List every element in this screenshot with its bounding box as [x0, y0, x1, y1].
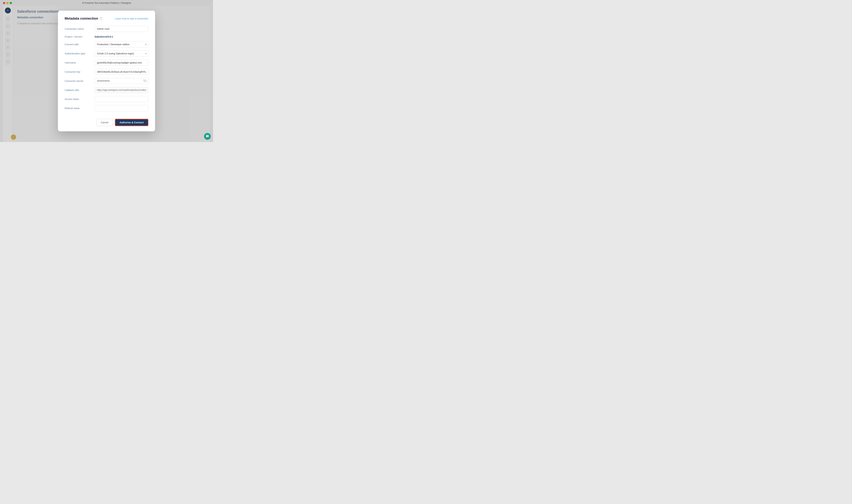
consumer-secret-row: Consumer secret: [65, 78, 148, 84]
refresh-token-row: Refresh token: [65, 105, 148, 111]
modal-overlay: Metadata connection ? Learn how to add a…: [3, 6, 210, 142]
consumer-key-label: Consumer key: [65, 70, 94, 73]
metadata-connection-modal: Metadata connection ? Learn how to add a…: [58, 11, 155, 131]
refresh-token-label: Refresh token: [65, 107, 94, 110]
refresh-token-input[interactable]: [94, 105, 148, 111]
username-label: Username: [65, 61, 94, 64]
connection-name-label: Connection name: [65, 28, 94, 30]
auth-type-select[interactable]: OAuth 2.0 (using Salesforce login) Usern…: [94, 51, 148, 57]
modal-header: Metadata connection ? Learn how to add a…: [65, 17, 148, 21]
connect-with-wrapper: Production / Developer edition Sandbox ▾: [94, 41, 148, 48]
project-version-row: Project / Version Salesforce/V.0.1: [65, 35, 148, 38]
callback-url-input[interactable]: [94, 87, 148, 93]
username-input[interactable]: [94, 59, 148, 66]
project-version-label: Project / Version: [65, 35, 94, 38]
auth-type-row: Authentication type OAuth 2.0 (using Sal…: [65, 51, 148, 57]
consumer-secret-wrapper: [94, 78, 148, 84]
consumer-key-input[interactable]: [94, 69, 148, 75]
username-row: Username: [65, 59, 148, 66]
consumer-secret-label: Consumer secret: [65, 79, 94, 83]
authorise-connect-button[interactable]: Authorise & Connect: [115, 119, 148, 126]
modal-footer: Cancel Authorise & Connect: [65, 116, 148, 126]
modal-title-text: Metadata connection: [65, 17, 98, 21]
access-token-label: Access token: [65, 98, 94, 101]
access-token-input[interactable]: [94, 96, 148, 102]
connect-with-label: Connect with: [65, 43, 94, 46]
eye-off-icon[interactable]: [144, 79, 146, 83]
project-version-value: Salesforce/V.0.1: [94, 35, 113, 38]
help-icon[interactable]: ?: [99, 17, 103, 20]
connect-with-row: Connect with Production / Developer edit…: [65, 41, 148, 48]
consumer-key-row: Consumer key: [65, 69, 148, 75]
consumer-secret-input[interactable]: [94, 78, 148, 84]
callback-url-row: Callback URL: [65, 87, 148, 93]
connection-name-row: Connection name: [65, 26, 148, 32]
connection-name-input[interactable]: [94, 26, 148, 32]
callback-url-label: Callback URL: [65, 89, 94, 92]
browser-content: T Salesforce connections Metadata connec…: [3, 6, 210, 142]
connect-with-select[interactable]: Production / Developer edition Sandbox: [94, 41, 148, 48]
connection-name-value: [94, 26, 148, 32]
auth-type-label: Authentication type: [65, 52, 94, 55]
learn-link[interactable]: Learn how to add a connection: [115, 17, 148, 20]
cancel-button[interactable]: Cancel: [96, 119, 112, 126]
access-token-row: Access token: [65, 96, 148, 102]
modal-title: Metadata connection ?: [65, 17, 103, 21]
auth-type-wrapper: OAuth 2.0 (using Salesforce login) Usern…: [94, 51, 148, 57]
